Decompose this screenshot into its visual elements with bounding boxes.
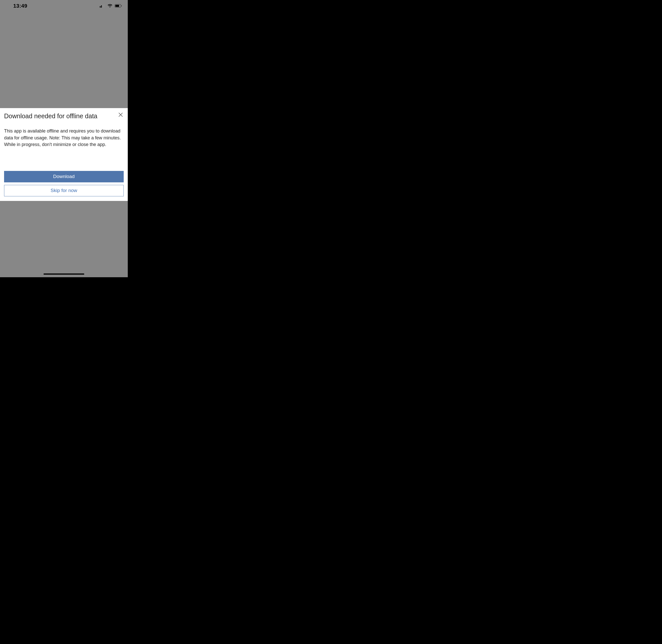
svg-rect-2 bbox=[102, 5, 103, 8]
svg-rect-3 bbox=[104, 4, 104, 8]
phone-screen-area: 13:49 bbox=[0, 0, 128, 277]
download-dialog: Download needed for offline data This ap… bbox=[0, 108, 128, 201]
svg-rect-1 bbox=[101, 5, 102, 8]
status-time: 13:49 bbox=[13, 3, 27, 9]
cellular-icon bbox=[100, 4, 105, 8]
battery-icon bbox=[114, 4, 122, 8]
status-icons bbox=[100, 4, 122, 8]
close-icon bbox=[118, 112, 123, 118]
svg-rect-0 bbox=[100, 6, 101, 8]
svg-rect-6 bbox=[121, 5, 122, 7]
status-bar: 13:49 bbox=[0, 0, 128, 12]
wifi-icon bbox=[107, 4, 112, 8]
home-indicator[interactable] bbox=[44, 273, 84, 275]
black-padding-area bbox=[128, 0, 285, 277]
skip-button[interactable]: Skip for now bbox=[4, 185, 124, 197]
dialog-title: Download needed for offline data bbox=[4, 112, 97, 120]
dialog-body: This app is available offline and requir… bbox=[4, 128, 124, 148]
close-button[interactable] bbox=[117, 111, 124, 118]
download-button[interactable]: Download bbox=[4, 171, 124, 182]
svg-rect-5 bbox=[115, 5, 119, 7]
